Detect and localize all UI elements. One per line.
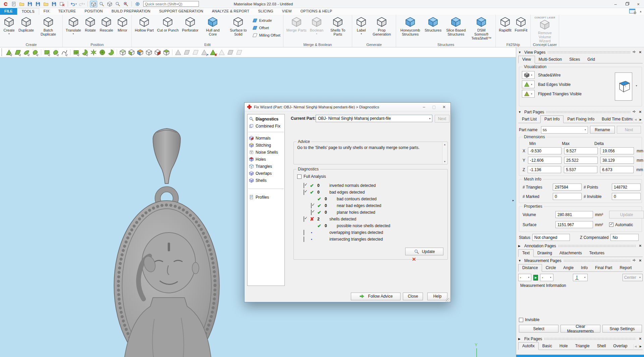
diagnostic-checkbox[interactable] [311,210,312,215]
rename-button[interactable]: Rename [590,126,615,134]
select-rectangle-icon[interactable] [43,48,51,56]
next-part-button[interactable]: Next [617,126,641,134]
fixwizard-nav-stitching[interactable]: Stitching [248,142,284,149]
unmark-plane-icon[interactable] [183,48,191,56]
mark-planes-icon[interactable] [14,48,22,56]
view-pages-tab-grid[interactable]: Grid [584,56,599,63]
measurement-pages-header[interactable]: ▼ Measurement Pages ✕ [518,257,643,264]
current-part-combo[interactable]: OBJ- Nirmal Singhji Maharaj pendant-file… [316,115,432,122]
menu-support-generation[interactable]: SUPPORT GENERATION [155,8,207,15]
invisible-checkbox[interactable] [519,318,523,322]
ribbon-slice-based-structures-button[interactable]: Slice Based Structures [443,15,469,36]
cube-view-back-icon[interactable] [162,48,170,56]
ribbon-extrude-button[interactable]: Extrude [251,17,281,24]
dim-y-max-field[interactable] [564,157,598,164]
diagnostic-checkbox[interactable] [304,183,304,188]
scroll-right-icon[interactable]: ▶ [638,117,643,122]
collapse-toggle-icon[interactable]: ▼ [518,51,522,54]
unmark-triangle-icon[interactable] [174,48,182,56]
fixwizard-nav-combined-fix[interactable]: Combined Fix [248,122,284,130]
scroll-left-icon[interactable]: ◀ [633,344,638,349]
clear-measurements-button[interactable]: Clear Measurements [560,325,600,333]
menu-texture[interactable]: TEXTURE [54,8,80,15]
fix-pages-tab-hole[interactable]: Hole [556,343,572,350]
unmark-surface-icon[interactable] [192,48,200,56]
scroll-left-icon[interactable]: ◀ [633,117,638,122]
toolbar-drag-handle[interactable] [1,49,3,56]
scroll-up-icon[interactable]: ▲ [444,142,446,147]
ribbon-hull-and-core-button[interactable]: Hull and Core [200,15,225,36]
fix-pages-tab-shell[interactable]: Shell [593,343,610,350]
diagnostic-checkbox[interactable] [304,237,304,242]
mark-through-icon[interactable]: ↗ [200,48,208,56]
minimize-button[interactable]: – [610,0,621,8]
points-value-field[interactable] [612,184,641,191]
fix-pages-tab-basic[interactable]: Basic [539,343,556,350]
volume-value-field[interactable] [555,211,593,218]
part-pages-tab-part-list[interactable]: Part List [518,116,540,123]
collapse-toggle-icon[interactable]: ▼ [518,110,522,114]
fixwizard-nav-noise-shells[interactable]: Noise Shells [248,149,284,156]
view-pages-tab-multi-section[interactable]: Multi-Section [535,56,566,63]
cube-view-front-icon[interactable] [119,48,127,56]
cube-view-left-icon[interactable] [127,48,136,56]
dialog-minimize-icon[interactable]: – [419,105,429,109]
full-analysis-checkbox[interactable] [297,174,302,179]
diagnostic-checkbox[interactable] [304,230,304,235]
ribbon-merge-parts-button[interactable]: Merge Parts [285,15,308,32]
axis-mode-combo[interactable]: ▼ [573,274,588,281]
menu-options-help[interactable]: OPTIONS & HELP [296,8,337,15]
collapse-toggle-icon[interactable]: ▶ [518,337,522,341]
ribbon-offset-button[interactable]: Offset [251,24,281,32]
help-button[interactable]: Help [427,293,447,300]
fix-pages-tab-triangle[interactable]: Triangle [572,343,593,350]
part-name-combo[interactable]: ss ▼ [541,126,588,134]
collapse-toggle-icon[interactable]: ▶ [518,244,522,248]
annotation-pages-tab-attachments[interactable]: Attachments [556,250,586,257]
annotation-pages-tab-drawing[interactable]: Drawing [534,250,556,257]
invisible-value-field[interactable] [612,193,641,200]
cube-view-top-icon[interactable] [136,48,144,56]
select-polyline-icon[interactable] [60,48,68,56]
sidebar-splitter-arrow[interactable]: ▸ [513,199,514,202]
ribbon-rotate-button[interactable]: Rotate [83,15,98,32]
menu-slicing[interactable]: SLICING [254,8,277,15]
close-icon[interactable]: ✕ [638,259,643,262]
open-file-button[interactable] [18,1,25,7]
measurement-pages-tab-info[interactable]: Info [577,264,591,271]
invert-marked-icon[interactable] [218,48,226,56]
chevron-down-icon[interactable]: ▼ [635,85,638,87]
measurement-pages-tab-angle[interactable]: Angle [559,264,577,271]
fixwizard-nav-shells[interactable]: Shells [248,177,284,184]
dim-z-max-field[interactable] [564,166,597,173]
close-icon[interactable]: ✕ [638,244,643,248]
dim-y-delta-field[interactable] [600,157,634,164]
menu-fix[interactable]: FIX [39,8,54,15]
dim-y-min-field[interactable] [528,157,561,164]
ribbon-perforator-button[interactable]: Perforator [180,15,200,32]
select-brush-icon[interactable] [81,48,89,56]
part-pages-tab-part-fixing-info[interactable]: Part Fixing Info [564,116,598,123]
dim-x-max-field[interactable] [564,147,598,154]
ribbon-boolean-button[interactable]: Boolean▼ [308,15,325,35]
dim-x-delta-field[interactable] [600,147,634,154]
ribbon-structures-button[interactable]: Structures [423,15,443,32]
pin-icon[interactable] [632,258,636,263]
move-marked-icon[interactable] [235,48,243,56]
ribbon-formfit-button[interactable]: FormFit [513,15,529,32]
follow-advice-button[interactable]: Follow Advice [351,293,400,300]
pin-icon[interactable] [632,50,636,55]
app-home-button[interactable] [2,1,9,7]
flipped-triangles-visible-dropdown[interactable]: ▼ [522,90,535,98]
dim-z-min-field[interactable] [528,166,561,173]
close-button[interactable]: × [633,0,644,8]
view-pages-tab-view[interactable]: View [518,56,535,63]
ribbon-label-button[interactable]: Label▼ [354,15,369,35]
mark-shells-icon[interactable] [31,48,39,56]
ribbon-honeycomb-structures-button[interactable]: Honeycomb Structures [397,15,423,36]
fixwizard-nav-holes[interactable]: Holes [248,156,284,163]
close-icon[interactable]: ✕ [638,50,643,54]
ribbon-create-button[interactable]: Create▼ [1,15,17,35]
fix-pages-tab-autofix[interactable]: Autofix [518,342,539,350]
dialog-titlebar[interactable]: Fix Wizard (Part: OBJ- Nirmal Singhji Ma… [245,103,450,111]
